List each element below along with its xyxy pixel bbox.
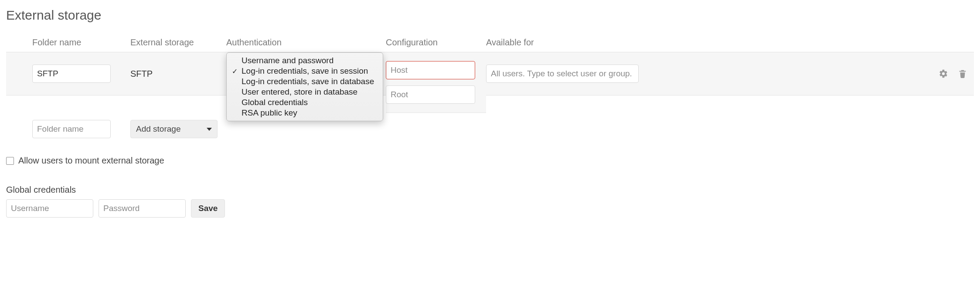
col-auth: Authentication	[226, 35, 386, 52]
gear-icon	[939, 69, 948, 78]
check-icon: ✓	[231, 67, 238, 75]
auth-option-label: User entered, store in database	[242, 87, 357, 97]
folder-name-input[interactable]	[32, 65, 111, 83]
status-cell	[6, 52, 32, 95]
available-for-input[interactable]	[486, 65, 639, 83]
save-button[interactable]: Save	[191, 199, 225, 218]
auth-option[interactable]: RSA public key	[227, 108, 383, 118]
chevron-down-icon	[207, 128, 212, 131]
allow-user-mount-label: Allow users to mount external storage	[18, 156, 164, 166]
auth-option-label: Log-in credentials, save in database	[242, 77, 374, 86]
new-folder-name-input[interactable]	[32, 120, 111, 138]
config-host-input[interactable]	[386, 61, 475, 79]
allow-user-mount-checkbox[interactable]	[6, 157, 14, 165]
global-username-input[interactable]	[6, 199, 93, 218]
storage-backend-label: SFTP	[130, 69, 153, 79]
col-spacer	[6, 35, 32, 42]
global-password-input[interactable]	[99, 199, 186, 218]
auth-mechanism-dropdown[interactable]: Username and password ✓ Log-in credentia…	[226, 52, 383, 121]
add-storage-label: Add storage	[136, 124, 180, 134]
col-folder: Folder name	[32, 35, 130, 52]
auth-option[interactable]: ✓ Log-in credentials, save in session	[227, 66, 383, 76]
mount-delete-button[interactable]	[956, 68, 969, 80]
add-storage-select[interactable]: Add storage	[130, 120, 218, 138]
mount-settings-button[interactable]	[937, 68, 949, 80]
mounts-table: Folder name External storage Authenticat…	[6, 35, 974, 138]
auth-option-label: Log-in credentials, save in session	[242, 66, 368, 76]
global-credentials-heading: Global credentials	[6, 185, 974, 195]
allow-user-mount-row[interactable]: Allow users to mount external storage	[6, 156, 974, 166]
auth-option-label: RSA public key	[242, 108, 297, 118]
external-storage-settings: External storage Folder name External st…	[0, 0, 980, 235]
col-storage: External storage	[130, 35, 226, 52]
col-available: Available for	[486, 35, 936, 52]
auth-option[interactable]: Log-in credentials, save in database	[227, 76, 383, 87]
auth-option-label: Global credentials	[242, 98, 308, 107]
trash-icon	[958, 69, 967, 78]
global-credentials-section: Global credentials Save	[6, 185, 974, 218]
page-title: External storage	[6, 8, 974, 23]
auth-option-label: Username and password	[242, 56, 333, 65]
auth-option[interactable]: Username and password	[227, 55, 383, 66]
col-config: Configuration	[386, 35, 486, 52]
config-root-input[interactable]	[386, 85, 475, 104]
auth-option[interactable]: User entered, store in database	[227, 87, 383, 97]
auth-option[interactable]: Global credentials	[227, 97, 383, 108]
